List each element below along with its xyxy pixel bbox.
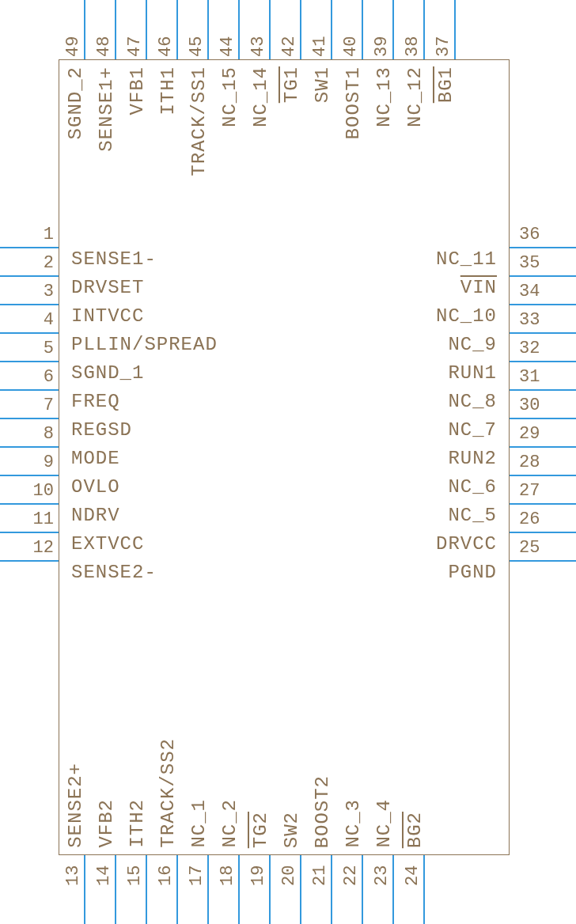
- pin-number: 16: [157, 865, 175, 921]
- pin-number: 35: [519, 255, 567, 272]
- pin-lead: [300, 855, 301, 924]
- pin-label: DRVCC: [436, 535, 497, 554]
- pin-lead: [207, 855, 209, 924]
- pin-lead: [510, 275, 576, 277]
- pin-number: 23: [373, 865, 391, 921]
- pin-number: 30: [519, 397, 567, 415]
- pin-lead: [510, 418, 576, 419]
- pin-lead: [115, 0, 116, 59]
- ic-pinout-diagram: 1SENSE1-2DRVSET3INTVCC4PLLIN/SPREAD5SGND…: [0, 0, 576, 924]
- pin-number: 17: [188, 865, 206, 921]
- pin-number: 25: [519, 540, 567, 557]
- pin-label: BG1: [435, 66, 457, 103]
- pin-number: 8: [6, 426, 54, 443]
- pin-lead: [362, 0, 363, 59]
- pin-label: REGSD: [71, 421, 132, 440]
- pin-number: 5: [6, 340, 54, 358]
- pin-label: SENSE2-: [71, 563, 157, 582]
- pin-lead: [269, 0, 271, 59]
- pin-lead: [510, 332, 576, 334]
- pin-number: 3: [6, 283, 54, 301]
- pin-label: PLLIN/SPREAD: [71, 335, 218, 354]
- pin-lead: [331, 0, 332, 59]
- pin-number: 34: [519, 283, 567, 301]
- pin-lead: [207, 0, 209, 59]
- pin-lead: [0, 304, 59, 305]
- pin-number: 7: [6, 397, 54, 415]
- pin-lead: [362, 855, 363, 924]
- pin-number: 47: [127, 2, 144, 57]
- pin-number: 2: [6, 255, 54, 272]
- pin-number: 22: [343, 865, 360, 921]
- pin-label: BG2: [404, 812, 426, 848]
- pin-number: 15: [127, 865, 144, 921]
- pin-number: 29: [519, 426, 567, 443]
- pin-label: BOOST1: [343, 66, 364, 139]
- pin-lead: [0, 361, 59, 362]
- pin-label: NC_8: [448, 392, 497, 411]
- pin-number: 31: [519, 369, 567, 386]
- pin-label: FREQ: [71, 392, 120, 411]
- pin-label: SENSE1+: [96, 66, 117, 152]
- pin-number: 11: [6, 511, 54, 528]
- pin-number: 14: [96, 865, 113, 921]
- pin-label: EXTVCC: [71, 535, 144, 554]
- pin-number: 19: [250, 865, 267, 921]
- pin-number: 18: [219, 865, 237, 921]
- pin-label: TG2: [250, 812, 271, 848]
- pin-lead: [0, 389, 59, 391]
- pin-label: NDRV: [71, 506, 120, 525]
- pin-label: OVLO: [71, 478, 120, 497]
- pin-number: 28: [519, 454, 567, 471]
- pin-number: 44: [219, 2, 237, 57]
- pin-label: NC_3: [343, 799, 364, 848]
- pin-number: 45: [188, 2, 206, 57]
- chip-body: [59, 59, 510, 855]
- pin-lead: [0, 532, 59, 533]
- pin-number: 40: [343, 2, 360, 57]
- pin-number: 24: [404, 865, 422, 921]
- pin-lead: [0, 560, 59, 562]
- pin-lead: [510, 475, 576, 476]
- pin-label: PGND: [448, 563, 497, 582]
- pin-number: 1: [6, 226, 54, 244]
- pin-label: NC_14: [250, 66, 271, 127]
- pin-label: NC_2: [219, 799, 241, 848]
- pin-lead: [238, 0, 240, 59]
- pin-lead: [269, 855, 271, 924]
- pin-number: 38: [404, 2, 422, 57]
- pin-label: TG1: [281, 66, 302, 103]
- pin-lead: [392, 855, 394, 924]
- pin-lead: [0, 275, 59, 277]
- pin-label: NC_13: [373, 66, 395, 127]
- pin-lead: [146, 855, 147, 924]
- pin-label: TRACK/SS1: [188, 66, 210, 176]
- pin-label: NC_5: [448, 506, 497, 525]
- pin-label: SGND_2: [65, 66, 86, 139]
- pin-label: NC_12: [404, 66, 426, 127]
- pin-label: SENSE1-: [71, 250, 157, 269]
- pin-lead: [84, 855, 85, 924]
- pin-lead: [0, 247, 59, 248]
- pin-lead: [0, 503, 59, 505]
- pin-label: VIN: [460, 278, 497, 297]
- pin-label: ITH2: [127, 799, 148, 848]
- pin-lead: [84, 0, 85, 59]
- pin-label: ITH1: [157, 66, 179, 116]
- pin-label: BOOST2: [312, 775, 333, 848]
- pin-lead: [176, 0, 178, 59]
- pin-number: 9: [6, 454, 54, 471]
- pin-lead: [510, 532, 576, 533]
- pin-number: 42: [281, 2, 298, 57]
- pin-label: INTVCC: [71, 307, 144, 326]
- pin-number: 13: [65, 865, 82, 921]
- pin-label: NC_15: [219, 66, 241, 127]
- pin-number: 49: [65, 2, 82, 57]
- pin-lead: [0, 446, 59, 448]
- pin-label: RUN1: [448, 364, 497, 383]
- pin-number: 37: [435, 2, 453, 57]
- pin-number: 39: [373, 2, 391, 57]
- pin-number: 21: [312, 865, 329, 921]
- pin-lead: [423, 855, 425, 924]
- pin-label: RUN2: [448, 449, 497, 468]
